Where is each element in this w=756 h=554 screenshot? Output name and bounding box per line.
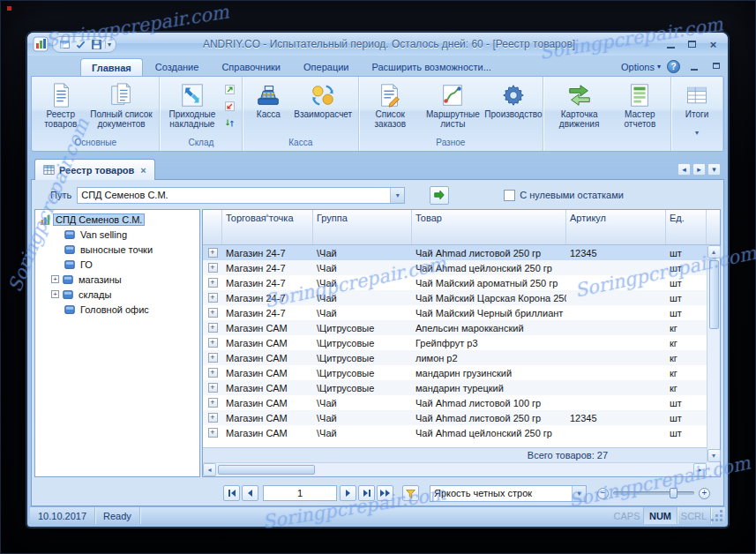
tree-item[interactable]: +магазины bbox=[35, 272, 199, 287]
tree-item[interactable]: ГО bbox=[35, 257, 199, 272]
table-row[interactable]: +Магазин САМ\ЧайЧай Ahmad цейлонский 250… bbox=[203, 425, 707, 440]
ribbon-tab[interactable]: Справочники bbox=[211, 58, 291, 76]
table-row[interactable]: +Магазин САМ\ЧайЧай Ahmad листовой 250 г… bbox=[203, 410, 707, 425]
tree-item[interactable]: СПД Семенов С.М. bbox=[35, 212, 199, 227]
table-row[interactable]: +Магазин 24-7\ЧайЧай Ahmad цейлонский 25… bbox=[203, 260, 707, 275]
grid-column-header[interactable]: Торговая точка▲ bbox=[222, 210, 313, 244]
check-icon[interactable] bbox=[73, 38, 87, 51]
layout-icon[interactable] bbox=[57, 38, 71, 51]
row-expander[interactable]: + bbox=[203, 398, 222, 408]
vscroll-track[interactable] bbox=[707, 258, 720, 449]
ribbon-button[interactable]: Мастер отчетов bbox=[613, 79, 667, 130]
ribbon-tab[interactable]: Расширить возможности... bbox=[361, 58, 501, 76]
titlebar[interactable]: ▾ ANDRIY.CO - Испытательный период. Оста… bbox=[27, 33, 728, 56]
vertical-scrollbar[interactable]: ▴ ▾ bbox=[707, 245, 720, 462]
mini-button[interactable] bbox=[222, 116, 237, 131]
ribbon-button[interactable]: Список заказов bbox=[363, 79, 417, 130]
slider-plus-icon[interactable]: + bbox=[699, 488, 710, 499]
table-row[interactable]: +Магазин САМ\ЦитрусовыеГрейпфрут р3кг bbox=[203, 335, 707, 350]
ribbon-button[interactable]: Итоги▾ bbox=[675, 79, 719, 137]
ribbon-button[interactable]: Производство bbox=[488, 79, 538, 130]
row-expander[interactable]: + bbox=[203, 353, 222, 363]
ribbon-button[interactable]: Взаиморасчет bbox=[291, 79, 355, 130]
minimize-button[interactable] bbox=[662, 37, 680, 52]
slider-minus-icon[interactable]: − bbox=[597, 488, 609, 499]
horizontal-scrollbar[interactable]: ◂ ▸ bbox=[203, 462, 707, 476]
row-expander[interactable]: + bbox=[203, 248, 222, 258]
grid-column-header[interactable]: Товар bbox=[412, 210, 566, 244]
row-expander[interactable]: + bbox=[203, 308, 222, 318]
page-number-input[interactable] bbox=[263, 485, 337, 501]
tree-item[interactable]: выносные точки bbox=[35, 242, 199, 257]
tree-expander-icon[interactable]: + bbox=[51, 275, 59, 283]
table-row[interactable]: +Магазин САМ\ЧайЧай Ahmad листовой 100 г… bbox=[203, 395, 707, 410]
maximize-button[interactable] bbox=[683, 37, 701, 52]
row-expander[interactable]: + bbox=[203, 413, 222, 423]
go-button[interactable] bbox=[430, 186, 449, 205]
ribbon-tab[interactable]: Создание bbox=[145, 58, 210, 76]
tab-close-icon[interactable]: × bbox=[138, 165, 146, 176]
save-icon[interactable] bbox=[89, 38, 103, 51]
mini-button[interactable] bbox=[222, 99, 237, 114]
mdi-minimize-button[interactable] bbox=[686, 61, 702, 73]
ribbon-button[interactable]: Маршрутные листы bbox=[418, 79, 487, 130]
zero-remainder-checkbox[interactable] bbox=[504, 190, 515, 201]
grid-column-header[interactable]: Группа bbox=[313, 210, 412, 244]
filter-button[interactable] bbox=[402, 485, 419, 501]
ribbon-button[interactable]: Реестр товаров bbox=[35, 79, 86, 130]
scroll-down-icon[interactable]: ▾ bbox=[707, 449, 721, 462]
row-expander[interactable]: + bbox=[203, 263, 222, 273]
slider-track[interactable] bbox=[613, 491, 694, 495]
row-expander[interactable]: + bbox=[203, 428, 222, 438]
hscroll-track[interactable] bbox=[216, 463, 693, 476]
mdi-restore-button[interactable] bbox=[708, 61, 724, 73]
mini-button[interactable] bbox=[222, 82, 237, 97]
row-expander[interactable]: + bbox=[203, 323, 222, 333]
hscroll-thumb[interactable] bbox=[218, 465, 315, 475]
table-row[interactable]: +Магазин 24-7\ЧайЧай Майский Черный брил… bbox=[203, 305, 707, 320]
options-menu[interactable]: Options▾ bbox=[621, 62, 661, 72]
tab-scroll-left-icon[interactable]: ◂ bbox=[677, 163, 691, 176]
next-page-button[interactable] bbox=[340, 485, 356, 501]
qat-chevron-down-icon[interactable]: ▾ bbox=[105, 41, 111, 49]
table-row[interactable]: +Магазин САМ\Цитрусовыелимон р2кг bbox=[203, 350, 707, 365]
table-row[interactable]: +Магазин САМ\ЦитрусовыеАпельсин мароккан… bbox=[203, 320, 707, 335]
ribbon-button[interactable]: Приходные накладные bbox=[163, 79, 221, 130]
tree-expander-icon[interactable]: + bbox=[51, 290, 59, 298]
grid-column-header[interactable]: Артикул bbox=[566, 210, 666, 244]
row-expander[interactable]: + bbox=[203, 383, 222, 393]
tab-scroll-right-icon[interactable]: ▸ bbox=[692, 163, 706, 176]
slider-thumb[interactable] bbox=[670, 488, 677, 498]
table-row[interactable]: +Магазин 24-7\ЧайЧай Майский ароматный 2… bbox=[203, 275, 707, 290]
row-brightness-combobox[interactable]: Яркость четных строк ▾ bbox=[430, 485, 587, 502]
scroll-right-icon[interactable]: ▸ bbox=[693, 463, 707, 476]
row-expander[interactable]: + bbox=[203, 368, 222, 378]
scroll-up-icon[interactable]: ▴ bbox=[707, 245, 721, 258]
table-row[interactable]: +Магазин 24-7\ЧайЧай Ahmad листовой 250 … bbox=[203, 245, 707, 260]
ribbon-tab[interactable]: Операции bbox=[293, 58, 359, 76]
ribbon-button[interactable]: Касса bbox=[246, 79, 290, 130]
load-all-button[interactable] bbox=[377, 485, 393, 501]
chevron-down-icon[interactable]: ▾ bbox=[390, 188, 404, 203]
prev-page-button[interactable] bbox=[242, 485, 258, 501]
tree-item[interactable]: Van selling bbox=[35, 227, 199, 242]
table-row[interactable]: +Магазин САМ\Цитрусовыемандарин турецкий… bbox=[203, 380, 707, 395]
table-row[interactable]: +Магазин 24-7\ЧайЧай Майский Царская Кор… bbox=[203, 290, 707, 305]
row-expander[interactable]: + bbox=[203, 293, 222, 303]
ribbon-tab[interactable]: Главная bbox=[80, 58, 143, 76]
vscroll-thumb[interactable] bbox=[709, 260, 719, 329]
tab-list-chevron-icon[interactable]: ▾ bbox=[707, 163, 721, 176]
ribbon-button[interactable]: Карточка движения bbox=[547, 79, 612, 130]
first-page-button[interactable] bbox=[223, 485, 240, 501]
chevron-down-icon[interactable]: ▾ bbox=[572, 486, 586, 501]
table-row[interactable]: +Магазин САМ\Цитрусовыемандарин грузинск… bbox=[203, 365, 707, 380]
scroll-left-icon[interactable]: ◂ bbox=[203, 463, 216, 476]
tree-item[interactable]: +склады bbox=[35, 287, 199, 302]
path-combobox[interactable]: СПД Семенов С.М. ▾ bbox=[77, 187, 405, 204]
close-button[interactable]: × bbox=[704, 37, 722, 52]
ribbon-button[interactable]: Полный список документов bbox=[86, 79, 155, 130]
help-icon[interactable]: ? bbox=[667, 60, 680, 73]
row-expander[interactable]: + bbox=[203, 338, 222, 348]
tab-reestr-tovarov[interactable]: Реестр товаров × bbox=[34, 159, 155, 180]
row-expander[interactable]: + bbox=[203, 278, 222, 288]
